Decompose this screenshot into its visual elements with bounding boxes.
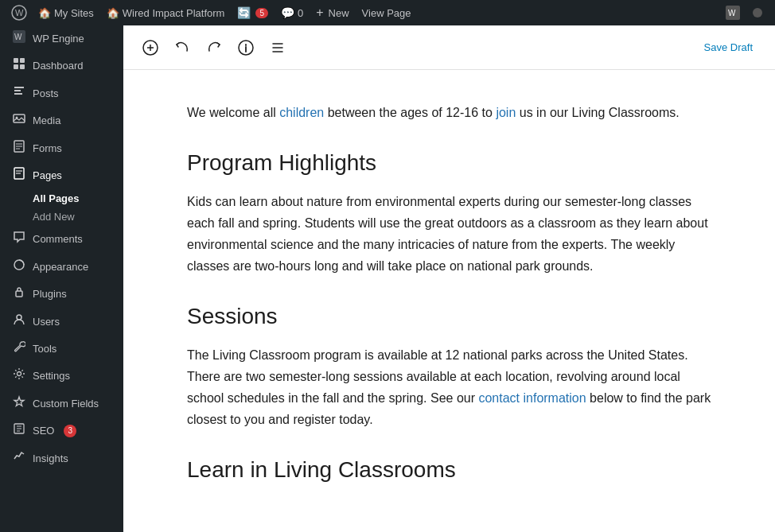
sidebar-item-users[interactable]: Users (0, 309, 123, 336)
editor-content[interactable]: We welcome all children between the ages… (123, 70, 775, 532)
join-link[interactable]: join (496, 106, 516, 119)
wp-logo[interactable]: W (6, 0, 32, 25)
users-icon (12, 313, 26, 331)
redo-button[interactable] (200, 33, 228, 62)
custom-fields-icon (12, 395, 26, 413)
sidebar-subitem-add-new[interactable]: Add New (0, 208, 123, 226)
add-block-button[interactable] (136, 33, 165, 62)
svg-rect-10 (20, 64, 25, 69)
editor-heading-program-highlights: Program Highlights (187, 149, 711, 177)
sidebar-item-forms[interactable]: Forms (0, 135, 123, 162)
adminbar-view-page[interactable]: View Page (356, 0, 418, 25)
sidebar-item-comments[interactable]: Comments (0, 226, 123, 253)
sidebar-item-posts[interactable]: Posts (0, 80, 123, 107)
comments-sidebar-icon (12, 231, 26, 248)
site-icon: 🏠 (107, 7, 119, 19)
editor-area: Save Draft We welcome all children betwe… (123, 25, 775, 532)
editor-toolbar: Save Draft (123, 25, 775, 70)
sidebar-item-dashboard[interactable]: Dashboard (0, 52, 123, 80)
svg-rect-11 (14, 115, 25, 122)
sidebar-item-settings[interactable]: Settings (0, 363, 123, 390)
adminbar-comments[interactable]: 💬 0 (275, 0, 310, 25)
sidebar-item-media[interactable]: Media (0, 107, 123, 134)
home-icon: 🏠 (38, 7, 51, 19)
sidebar-item-wp-engine[interactable]: W WP Engine (0, 25, 123, 52)
svg-point-4 (753, 8, 762, 17)
sidebar-item-pages[interactable]: Pages (0, 162, 123, 189)
adminbar-my-sites[interactable]: 🏠 My Sites (32, 0, 100, 25)
settings-icon (12, 367, 26, 385)
svg-text:W: W (14, 33, 22, 41)
admin-bar: W 🏠 My Sites 🏠 Wired Impact Platform 🔄 5… (0, 0, 775, 25)
pages-icon (12, 167, 26, 184)
svg-point-18 (18, 372, 21, 376)
tools-icon (12, 340, 26, 358)
main-layout: W WP Engine Dashboard Posts Media (0, 25, 775, 532)
svg-rect-9 (14, 64, 18, 69)
seo-icon (12, 422, 26, 440)
appearance-icon (12, 258, 26, 276)
sidebar: W WP Engine Dashboard Posts Media (0, 25, 123, 532)
editor-paragraph-3: The Living Classroom program is availabl… (187, 344, 711, 431)
insights-icon (12, 449, 26, 467)
dashboard-icon (12, 57, 26, 75)
svg-rect-7 (14, 58, 18, 63)
plugins-icon (12, 285, 26, 303)
contact-info-link[interactable]: contact information (478, 391, 586, 405)
children-link[interactable]: children (279, 106, 324, 119)
wp-engine-icon: W (12, 30, 26, 48)
sidebar-item-appearance[interactable]: Appearance (0, 254, 123, 281)
adminbar-updates[interactable]: 🔄 5 (231, 0, 275, 25)
list-view-button[interactable] (263, 33, 292, 62)
editor-heading-learn: Learn in Living Classrooms (187, 456, 711, 484)
editor-heading-sessions: Sessions (187, 302, 711, 331)
details-button[interactable] (232, 33, 260, 62)
adminbar-site-name[interactable]: 🏠 Wired Impact Platform (100, 0, 232, 25)
svg-text:W: W (15, 8, 24, 17)
adminbar-circle (746, 0, 769, 25)
adminbar-wired-impact-icon[interactable]: W (719, 0, 746, 25)
sidebar-item-insights[interactable]: Insights (0, 445, 123, 472)
updates-icon: 🔄 (237, 6, 251, 19)
svg-rect-8 (20, 58, 25, 63)
adminbar-new[interactable]: + New (310, 0, 355, 25)
sidebar-subitem-all-pages[interactable]: All Pages (0, 189, 123, 208)
editor-paragraph-2: Kids can learn about nature from environ… (187, 191, 711, 278)
forms-icon (12, 140, 26, 157)
save-draft-button[interactable]: Save Draft (695, 37, 762, 58)
svg-point-17 (17, 315, 21, 320)
posts-icon (12, 85, 26, 103)
undo-button[interactable] (168, 33, 197, 62)
sidebar-item-custom-fields[interactable]: Custom Fields (0, 390, 123, 417)
sidebar-item-plugins[interactable]: Plugins (0, 281, 123, 308)
plus-icon: + (316, 6, 323, 20)
svg-rect-16 (16, 291, 22, 297)
media-icon (12, 112, 26, 130)
svg-text:W: W (728, 9, 736, 17)
sidebar-item-seo[interactable]: SEO 3 (0, 417, 123, 445)
comments-icon: 💬 (281, 6, 294, 19)
editor-paragraph-1: We welcome all children between the ages… (187, 102, 711, 123)
sidebar-item-tools[interactable]: Tools (0, 336, 123, 363)
